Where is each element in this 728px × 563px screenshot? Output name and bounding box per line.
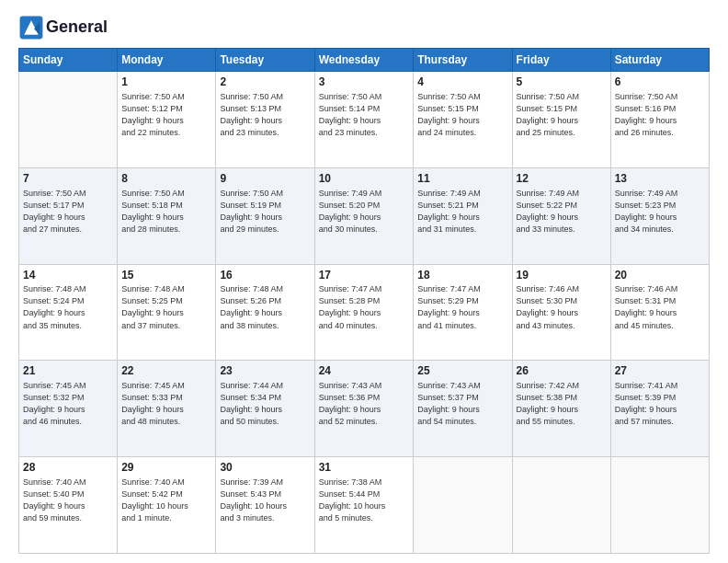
day-info: Sunrise: 7:47 AM Sunset: 5:28 PM Dayligh… (319, 283, 410, 331)
calendar-cell: 6Sunrise: 7:50 AM Sunset: 5:16 PM Daylig… (610, 72, 709, 168)
day-number: 9 (220, 171, 310, 187)
calendar-cell: 28Sunrise: 7:40 AM Sunset: 5:40 PM Dayli… (19, 457, 118, 554)
logo-icon (18, 15, 44, 40)
day-info: Sunrise: 7:50 AM Sunset: 5:14 PM Dayligh… (319, 91, 410, 139)
day-number: 27 (615, 363, 705, 379)
day-number: 5 (517, 75, 607, 90)
day-info: Sunrise: 7:40 AM Sunset: 5:40 PM Dayligh… (23, 477, 113, 524)
col-header-wednesday: Wednesday (314, 49, 414, 72)
day-info: Sunrise: 7:44 AM Sunset: 5:34 PM Dayligh… (220, 380, 310, 428)
calendar-cell: 3Sunrise: 7:50 AM Sunset: 5:14 PM Daylig… (314, 72, 414, 168)
day-number: 24 (319, 363, 410, 379)
day-info: Sunrise: 7:49 AM Sunset: 5:22 PM Dayligh… (517, 188, 607, 236)
day-number: 13 (615, 171, 705, 187)
day-info: Sunrise: 7:39 AM Sunset: 5:43 PM Dayligh… (220, 477, 310, 524)
calendar-cell (414, 457, 512, 554)
col-header-friday: Friday (512, 49, 610, 72)
calendar-cell: 4Sunrise: 7:50 AM Sunset: 5:15 PM Daylig… (414, 72, 512, 168)
calendar-cell: 9Sunrise: 7:50 AM Sunset: 5:19 PM Daylig… (216, 167, 314, 264)
calendar-cell: 18Sunrise: 7:47 AM Sunset: 5:29 PM Dayli… (414, 264, 512, 361)
day-number: 15 (121, 268, 211, 283)
calendar-cell: 16Sunrise: 7:48 AM Sunset: 5:26 PM Dayli… (216, 264, 314, 361)
calendar-cell: 26Sunrise: 7:42 AM Sunset: 5:38 PM Dayli… (512, 361, 610, 457)
calendar-cell: 27Sunrise: 7:41 AM Sunset: 5:39 PM Dayli… (610, 361, 709, 457)
day-number: 26 (517, 363, 607, 379)
calendar-cell: 20Sunrise: 7:46 AM Sunset: 5:31 PM Dayli… (610, 264, 709, 361)
day-info: Sunrise: 7:47 AM Sunset: 5:29 PM Dayligh… (417, 283, 507, 331)
day-number: 22 (121, 363, 211, 379)
logo-text: General (46, 18, 108, 37)
day-number: 11 (417, 171, 507, 187)
calendar-cell: 22Sunrise: 7:45 AM Sunset: 5:33 PM Dayli… (118, 361, 216, 457)
calendar-cell: 23Sunrise: 7:44 AM Sunset: 5:34 PM Dayli… (216, 361, 314, 457)
day-info: Sunrise: 7:45 AM Sunset: 5:32 PM Dayligh… (23, 380, 113, 428)
calendar-cell: 29Sunrise: 7:40 AM Sunset: 5:42 PM Dayli… (118, 457, 216, 554)
day-number: 28 (23, 460, 113, 476)
day-info: Sunrise: 7:50 AM Sunset: 5:15 PM Dayligh… (417, 91, 507, 139)
day-number: 30 (220, 460, 310, 476)
day-info: Sunrise: 7:46 AM Sunset: 5:30 PM Dayligh… (517, 283, 607, 331)
day-number: 18 (417, 268, 507, 283)
calendar-cell: 24Sunrise: 7:43 AM Sunset: 5:36 PM Dayli… (314, 361, 414, 457)
calendar-cell: 31Sunrise: 7:38 AM Sunset: 5:44 PM Dayli… (314, 457, 414, 554)
calendar-cell: 11Sunrise: 7:49 AM Sunset: 5:21 PM Dayli… (414, 167, 512, 264)
day-info: Sunrise: 7:50 AM Sunset: 5:13 PM Dayligh… (220, 91, 310, 139)
day-number: 20 (615, 268, 705, 283)
calendar-cell: 10Sunrise: 7:49 AM Sunset: 5:20 PM Dayli… (314, 167, 414, 264)
day-number: 6 (615, 75, 705, 90)
day-info: Sunrise: 7:50 AM Sunset: 5:12 PM Dayligh… (121, 91, 211, 139)
day-info: Sunrise: 7:50 AM Sunset: 5:16 PM Dayligh… (615, 91, 705, 139)
day-info: Sunrise: 7:38 AM Sunset: 5:44 PM Dayligh… (319, 477, 410, 524)
day-number: 16 (220, 268, 310, 283)
day-number: 31 (319, 460, 410, 476)
day-number: 21 (23, 363, 113, 379)
calendar-cell (512, 457, 610, 554)
day-info: Sunrise: 7:40 AM Sunset: 5:42 PM Dayligh… (121, 477, 211, 524)
day-number: 4 (417, 75, 507, 90)
calendar-cell: 17Sunrise: 7:47 AM Sunset: 5:28 PM Dayli… (314, 264, 414, 361)
col-header-thursday: Thursday (414, 49, 512, 72)
day-info: Sunrise: 7:48 AM Sunset: 5:24 PM Dayligh… (23, 283, 113, 331)
calendar-cell (610, 457, 709, 554)
col-header-monday: Monday (118, 49, 216, 72)
calendar-cell: 13Sunrise: 7:49 AM Sunset: 5:23 PM Dayli… (610, 167, 709, 264)
calendar-cell: 21Sunrise: 7:45 AM Sunset: 5:32 PM Dayli… (19, 361, 118, 457)
day-number: 14 (23, 268, 113, 283)
calendar-cell: 19Sunrise: 7:46 AM Sunset: 5:30 PM Dayli… (512, 264, 610, 361)
day-number: 29 (121, 460, 211, 476)
day-info: Sunrise: 7:41 AM Sunset: 5:39 PM Dayligh… (615, 380, 705, 428)
day-number: 10 (319, 171, 410, 187)
calendar-cell: 14Sunrise: 7:48 AM Sunset: 5:24 PM Dayli… (19, 264, 118, 361)
calendar-cell: 12Sunrise: 7:49 AM Sunset: 5:22 PM Dayli… (512, 167, 610, 264)
day-info: Sunrise: 7:43 AM Sunset: 5:37 PM Dayligh… (417, 380, 507, 428)
day-number: 7 (23, 171, 113, 187)
day-info: Sunrise: 7:50 AM Sunset: 5:18 PM Dayligh… (121, 188, 211, 236)
day-number: 1 (121, 75, 211, 90)
calendar-cell: 7Sunrise: 7:50 AM Sunset: 5:17 PM Daylig… (19, 167, 118, 264)
day-info: Sunrise: 7:49 AM Sunset: 5:20 PM Dayligh… (319, 188, 410, 236)
day-number: 2 (220, 75, 310, 90)
col-header-sunday: Sunday (19, 49, 118, 72)
day-info: Sunrise: 7:45 AM Sunset: 5:33 PM Dayligh… (121, 380, 211, 428)
day-info: Sunrise: 7:50 AM Sunset: 5:17 PM Dayligh… (23, 188, 113, 236)
calendar-cell: 1Sunrise: 7:50 AM Sunset: 5:12 PM Daylig… (118, 72, 216, 168)
day-info: Sunrise: 7:46 AM Sunset: 5:31 PM Dayligh… (615, 283, 705, 331)
calendar-cell: 15Sunrise: 7:48 AM Sunset: 5:25 PM Dayli… (118, 264, 216, 361)
day-number: 3 (319, 75, 410, 90)
calendar-cell: 2Sunrise: 7:50 AM Sunset: 5:13 PM Daylig… (216, 72, 314, 168)
calendar-cell: 5Sunrise: 7:50 AM Sunset: 5:15 PM Daylig… (512, 72, 610, 168)
day-number: 19 (517, 268, 607, 283)
day-info: Sunrise: 7:49 AM Sunset: 5:21 PM Dayligh… (417, 188, 507, 236)
day-info: Sunrise: 7:48 AM Sunset: 5:26 PM Dayligh… (220, 283, 310, 331)
day-number: 25 (417, 363, 507, 379)
day-number: 8 (121, 171, 211, 187)
day-number: 17 (319, 268, 410, 283)
day-number: 23 (220, 363, 310, 379)
col-header-tuesday: Tuesday (216, 49, 314, 72)
calendar-cell: 8Sunrise: 7:50 AM Sunset: 5:18 PM Daylig… (118, 167, 216, 264)
day-info: Sunrise: 7:49 AM Sunset: 5:23 PM Dayligh… (615, 188, 705, 236)
col-header-saturday: Saturday (610, 49, 709, 72)
page-header: General (18, 15, 710, 40)
day-number: 12 (517, 171, 607, 187)
day-info: Sunrise: 7:50 AM Sunset: 5:15 PM Dayligh… (517, 91, 607, 139)
